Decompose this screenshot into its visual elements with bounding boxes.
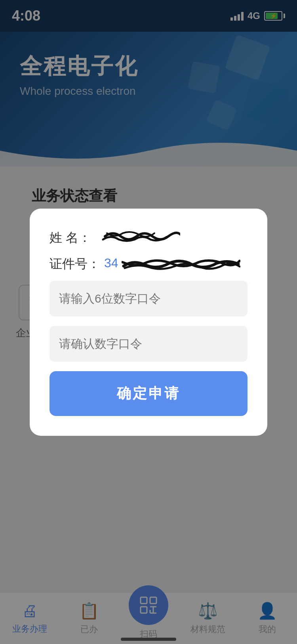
confirm-apply-button[interactable]: 确定申请 [50,371,248,416]
confirm-password-input[interactable] [50,326,248,362]
id-row: 证件号： 34 [50,255,248,273]
home-indicator [121,638,176,641]
id-label: 证件号： [50,255,100,273]
name-redacted [101,228,180,244]
password-input[interactable] [50,281,248,316]
name-row: 姓 名： [50,228,248,247]
id-number-partial: 34 [104,256,118,270]
dialog-overlay: 姓 名： 证件号： 34 [0,0,297,644]
name-value [101,228,248,247]
name-label: 姓 名： [50,229,97,247]
id-value: 34 [104,256,248,272]
dialog: 姓 名： 证件号： 34 [30,209,267,436]
id-redacted [122,256,240,272]
